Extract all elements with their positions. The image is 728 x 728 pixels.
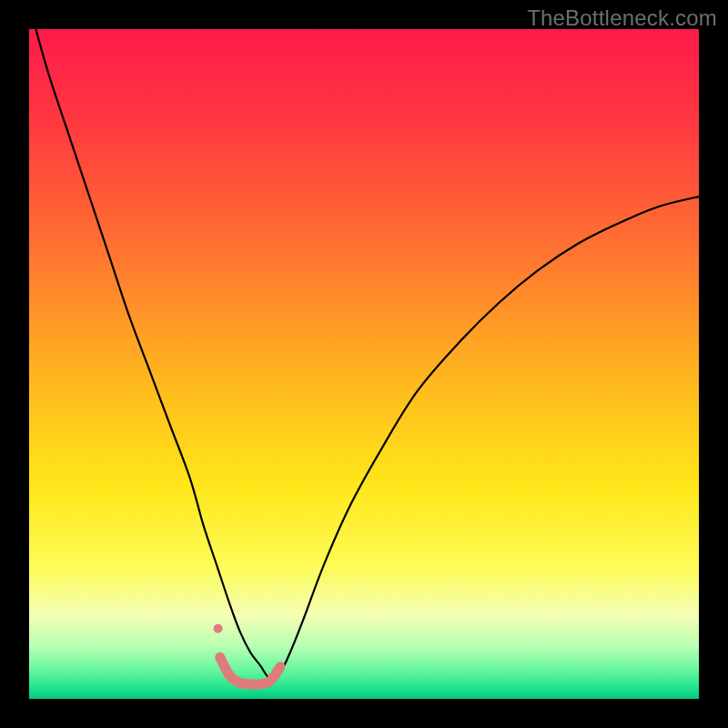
curve-layer	[29, 29, 699, 699]
plot-area	[29, 29, 699, 699]
highlight-dot	[214, 624, 223, 633]
watermark-text: TheBottleneck.com	[527, 5, 717, 31]
highlight-band	[220, 657, 280, 684]
bottleneck-curve	[35, 29, 699, 679]
chart-frame: TheBottleneck.com	[0, 0, 728, 728]
